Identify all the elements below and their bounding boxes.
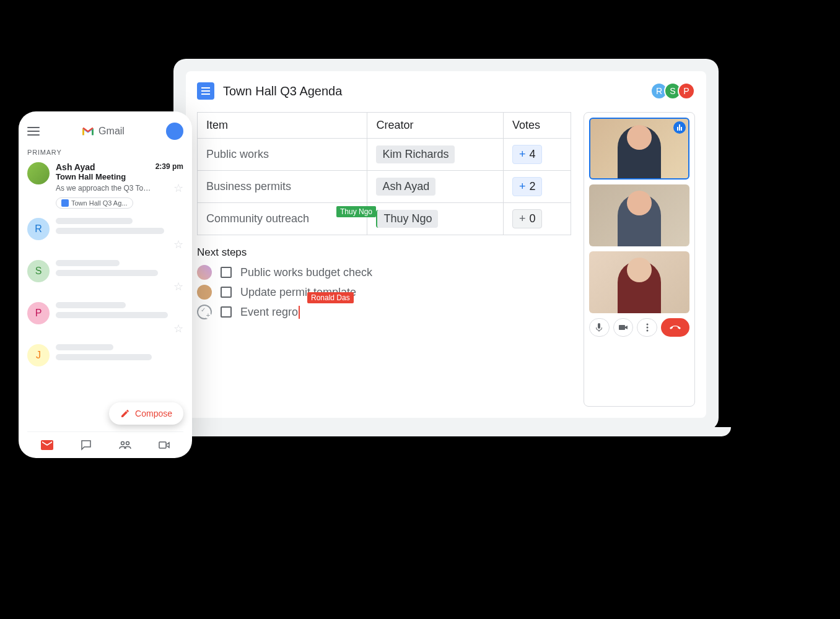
speaking-icon xyxy=(673,121,686,134)
plus-icon: + xyxy=(519,212,526,225)
phone-device: Gmail PRIMARY Ash Ayad 2:39 pm Town Hall… xyxy=(19,111,192,458)
sender-avatar[interactable]: J xyxy=(27,344,50,366)
step-text[interactable]: Public works budget check xyxy=(240,266,372,279)
checkbox[interactable] xyxy=(221,306,232,318)
collaborator-cursor-label: Ronald Das xyxy=(307,292,354,303)
meet-tile[interactable] xyxy=(589,118,689,180)
laptop-device: Town Hall Q3 Agenda R S P Item Creator V… xyxy=(173,59,719,430)
item-cell[interactable]: Business permits xyxy=(198,171,367,203)
email-item[interactable]: J xyxy=(27,344,183,366)
pencil-icon xyxy=(120,409,130,418)
table-row[interactable]: Business permits Ash Ayad +2 xyxy=(198,171,571,203)
creator-chip[interactable]: Thuy Ngo xyxy=(376,210,438,228)
next-steps-heading: Next steps xyxy=(197,246,571,259)
email-time: 2:39 pm xyxy=(155,162,183,171)
assign-icon[interactable] xyxy=(197,305,212,319)
meet-tile[interactable] xyxy=(589,251,689,313)
sender-avatar[interactable]: R xyxy=(27,218,50,240)
menu-icon[interactable] xyxy=(27,127,40,136)
hangup-button[interactable] xyxy=(661,318,689,337)
svg-point-1 xyxy=(646,327,648,329)
plus-icon: + xyxy=(519,148,526,161)
doc-title[interactable]: Town Hall Q3 Agenda xyxy=(223,84,654,98)
table-header-item: Item xyxy=(198,113,367,139)
assignee-avatar[interactable] xyxy=(197,285,212,300)
more-button[interactable] xyxy=(637,318,657,337)
collaborator-cursor-label: Thuy Ngo xyxy=(336,206,376,217)
gmail-app-name: Gmail xyxy=(98,126,125,137)
agenda-table[interactable]: Item Creator Votes Public works Kim Rich… xyxy=(197,112,571,235)
spaces-icon[interactable] xyxy=(118,438,132,452)
doc-main-content[interactable]: Item Creator Votes Public works Kim Rich… xyxy=(197,112,571,407)
step-row[interactable]: Update permit template xyxy=(197,285,571,300)
meet-tile[interactable] xyxy=(589,184,689,246)
email-item[interactable]: S ☆ xyxy=(27,260,183,293)
collaborators: R S P xyxy=(654,82,695,100)
star-icon[interactable]: ☆ xyxy=(173,238,183,251)
sender-avatar[interactable] xyxy=(27,162,50,184)
compose-button[interactable]: Compose xyxy=(109,402,183,425)
step-text[interactable]: Event regro xyxy=(240,306,300,319)
svg-point-2 xyxy=(646,330,648,332)
table-header-votes: Votes xyxy=(503,113,571,139)
inbox-section-label: PRIMARY xyxy=(27,149,183,156)
gmail-brand: Gmail xyxy=(81,126,125,137)
svg-point-4 xyxy=(126,442,129,445)
meet-panel xyxy=(584,112,695,407)
docs-icon xyxy=(61,199,69,207)
creator-chip[interactable]: Ash Ayad xyxy=(376,178,435,196)
compose-label: Compose xyxy=(135,409,172,418)
email-sender: Ash Ayad xyxy=(56,162,95,172)
plus-icon: + xyxy=(519,180,526,193)
email-item[interactable]: P ☆ xyxy=(27,302,183,335)
vote-chip[interactable]: +4 xyxy=(512,145,543,164)
docs-window: Town Hall Q3 Agenda R S P Item Creator V… xyxy=(186,71,706,418)
table-header-creator: Creator xyxy=(367,113,504,139)
email-item[interactable]: Ash Ayad 2:39 pm Town Hall Meeting As we… xyxy=(27,162,183,209)
checkbox[interactable] xyxy=(221,287,232,298)
doc-header: Town Hall Q3 Agenda R S P xyxy=(197,82,695,100)
gmail-logo-icon xyxy=(81,126,95,136)
table-row[interactable]: Community outreach Thuy Ngo +0 xyxy=(198,203,571,235)
mic-button[interactable] xyxy=(589,318,610,337)
vote-chip[interactable]: +2 xyxy=(512,177,543,196)
star-icon[interactable]: ☆ xyxy=(173,280,183,293)
star-icon[interactable]: ☆ xyxy=(173,181,183,195)
svg-point-3 xyxy=(121,442,124,445)
sender-avatar[interactable]: S xyxy=(27,260,50,282)
chat-icon[interactable] xyxy=(79,438,93,452)
attachment-chip[interactable]: Town Hall Q3 Ag... xyxy=(56,197,133,209)
item-cell[interactable]: Public works xyxy=(198,139,367,171)
step-row[interactable]: Event regro Ronald Das xyxy=(197,305,571,319)
vote-chip[interactable]: +0 xyxy=(512,209,543,228)
video-button[interactable] xyxy=(613,318,634,337)
collaborator-avatar-p[interactable]: P xyxy=(678,82,695,100)
creator-chip[interactable]: Kim Richards xyxy=(376,145,455,163)
docs-icon xyxy=(197,82,214,100)
svg-point-0 xyxy=(646,324,648,326)
email-subject: Town Hall Meeting xyxy=(56,172,183,181)
checkbox[interactable] xyxy=(221,267,232,278)
star-icon[interactable]: ☆ xyxy=(173,322,183,335)
laptop-base xyxy=(161,427,731,436)
meet-icon[interactable] xyxy=(157,438,171,452)
bottom-nav xyxy=(27,431,183,452)
email-item[interactable]: R ☆ xyxy=(27,218,183,251)
table-row[interactable]: Public works Kim Richards +4 xyxy=(198,139,571,171)
mail-icon[interactable] xyxy=(40,438,54,452)
assignee-avatar[interactable] xyxy=(197,265,212,280)
sender-avatar[interactable]: P xyxy=(27,302,50,324)
email-preview: As we approach the Q3 Town Ha... xyxy=(56,184,155,193)
step-row[interactable]: Public works budget check xyxy=(197,265,571,280)
gmail-header: Gmail xyxy=(27,123,183,140)
profile-avatar[interactable] xyxy=(166,123,183,140)
attachment-name: Town Hall Q3 Ag... xyxy=(71,199,128,207)
meet-controls xyxy=(589,318,689,337)
